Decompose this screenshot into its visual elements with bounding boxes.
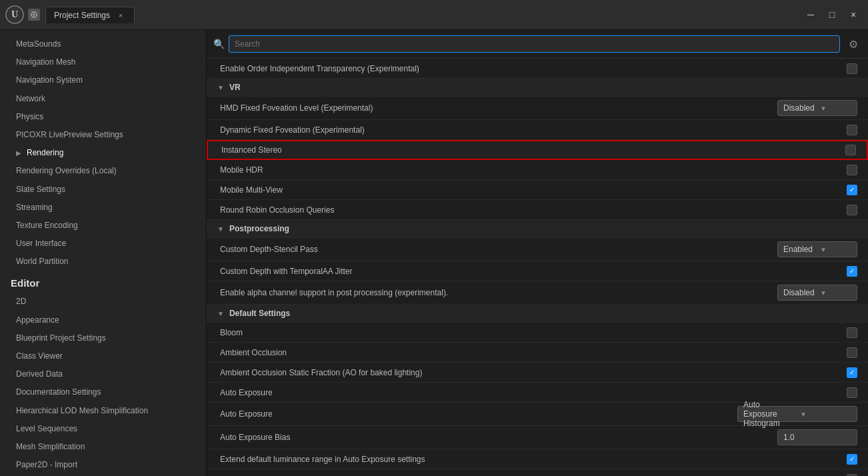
sidebar-item-label: 2D xyxy=(16,295,26,308)
sidebar-item-metasounds[interactable]: MetaSounds xyxy=(0,35,206,53)
row-label-mobile-multiview: Mobile Multi-View xyxy=(220,185,847,195)
sidebar-item-level-sequences[interactable]: Level Sequences xyxy=(0,420,206,438)
sidebar-item-hierarchical-lod[interactable]: Hierarchical LOD Mesh Simplification xyxy=(0,402,206,420)
checkbox-motion-blur[interactable] xyxy=(847,474,857,477)
search-bar: 🔍 ⚙ xyxy=(207,30,868,59)
dropdown-value: Enabled xyxy=(783,245,815,254)
dropdown-custom-depth[interactable]: Enabled ▼ xyxy=(777,241,857,257)
sidebar-item-label: Documentation Settings xyxy=(16,386,101,399)
checkbox-mobile-hdr[interactable] xyxy=(847,165,857,175)
row-control-instanced-stereo xyxy=(845,145,856,155)
checkbox-bloom[interactable] xyxy=(847,327,857,338)
sidebar-item-texture-encoding[interactable]: Texture Encoding xyxy=(0,217,206,235)
row-control-temporal-jitter xyxy=(847,266,857,277)
sidebar-item-label: Class Viewer xyxy=(16,350,63,363)
collapse-arrow-postprocessing[interactable]: ▼ xyxy=(217,225,224,233)
row-label-ao-static: Ambient Occlusion Static Fraction (AO fo… xyxy=(220,368,847,377)
sidebar-item-paper2d-import[interactable]: Paper2D - Import xyxy=(0,456,206,474)
section-postprocessing-label: Postprocessing xyxy=(229,224,289,233)
project-settings-tab[interactable]: Project Settings × xyxy=(45,7,135,23)
chevron-down-icon: ▼ xyxy=(820,246,851,253)
settings-row-instanced-stereo: Instanced Stereo xyxy=(207,140,868,160)
sidebar-item-world-partition[interactable]: World Partition xyxy=(0,253,206,271)
checkbox-mobile-multiview[interactable] xyxy=(847,185,857,195)
tab-settings-icon xyxy=(28,9,40,21)
window-controls: ─ □ × xyxy=(801,5,863,24)
settings-row-motion-blur: Motion Blur xyxy=(207,469,868,476)
checkbox-ao-static[interactable] xyxy=(847,367,857,378)
row-label-auto-exposure-bias: Auto Exposure Bias xyxy=(220,433,777,442)
chevron-down-icon: ▼ xyxy=(820,289,851,297)
row-control-alpha-channel: Disabled ▼ xyxy=(777,285,857,301)
collapse-arrow-vr[interactable]: ▼ xyxy=(217,84,224,91)
search-input[interactable] xyxy=(229,35,840,53)
sidebar-item-navigation-mesh[interactable]: Navigation Mesh xyxy=(0,53,206,71)
dropdown-value: Auto Exposure Histogram xyxy=(743,400,795,428)
sidebar-item-label: Navigation System xyxy=(16,74,83,87)
settings-row-auto-exposure-bias: Auto Exposure Bias xyxy=(207,426,868,449)
chevron-down-icon: ▼ xyxy=(820,105,851,112)
sidebar-item-label: Mesh Simplification xyxy=(16,441,85,453)
input-auto-exposure-bias[interactable] xyxy=(777,429,857,445)
sidebar-item-streaming[interactable]: Streaming xyxy=(0,199,206,217)
checkbox-instanced-stereo[interactable] xyxy=(845,145,856,155)
search-icon: 🔍 xyxy=(213,39,225,49)
sidebar-item-navigation-system[interactable]: Navigation System xyxy=(0,71,206,89)
sidebar-item-blueprint-project-settings[interactable]: Blueprint Project Settings xyxy=(0,329,206,347)
row-control-round-robin xyxy=(847,205,857,215)
editor-section-header: Editor xyxy=(0,271,206,293)
sidebar-item-class-viewer[interactable]: Class Viewer xyxy=(0,347,206,365)
sidebar-item-appearance[interactable]: Appearance xyxy=(0,311,206,329)
checkbox-order-independent[interactable] xyxy=(847,63,857,74)
sidebar-item-2d[interactable]: 2D xyxy=(0,293,206,311)
checkbox-round-robin[interactable] xyxy=(847,205,857,215)
checkbox-ambient-occlusion[interactable] xyxy=(847,347,857,358)
settings-row-hmd-foveation: HMD Fixed Foveation Level (Experimental)… xyxy=(207,97,868,120)
checkbox-dynamic-foveation[interactable] xyxy=(847,125,857,135)
sidebar-item-label: Network xyxy=(16,93,45,105)
settings-row-luminance-range: Extend default luminance range in Auto E… xyxy=(207,449,868,469)
minimize-button[interactable]: ─ xyxy=(801,5,820,24)
tab-close-button[interactable]: × xyxy=(115,10,126,21)
sidebar-item-picoxr[interactable]: PICOXR LivePreview Settings xyxy=(0,126,206,144)
section-defaults-label: Default Settings xyxy=(229,309,290,318)
checkbox-luminance-range[interactable] xyxy=(847,454,857,465)
row-label-auto-exposure-cb: Auto Exposure xyxy=(220,388,847,397)
sidebar-item-mesh-simplification[interactable]: Mesh Simplification xyxy=(0,438,206,456)
sidebar-item-physics[interactable]: Physics xyxy=(0,108,206,126)
sidebar-item-user-interface[interactable]: User Interface xyxy=(0,235,206,253)
row-control-ambient-occlusion xyxy=(847,347,857,358)
dropdown-hmd-foveation[interactable]: Disabled ▼ xyxy=(777,100,857,116)
settings-content: Enable Order Independent Transparency (E… xyxy=(207,59,868,476)
checkbox-temporal-jitter[interactable] xyxy=(847,266,857,277)
row-control-bloom xyxy=(847,327,857,338)
sidebar-item-network[interactable]: Network xyxy=(0,90,206,108)
sidebar-item-rendering-overrides[interactable]: Rendering Overrides (Local) xyxy=(0,162,206,180)
sidebar-item-rendering[interactable]: ▶Rendering xyxy=(0,144,206,162)
section-defaults: ▼ Default Settings xyxy=(207,305,868,323)
search-settings-button[interactable]: ⚙ xyxy=(845,36,861,52)
row-control-ao-static xyxy=(847,367,857,378)
sidebar-item-label: User Interface xyxy=(16,237,66,250)
sidebar-item-label: Blueprint Project Settings xyxy=(16,332,106,345)
sidebar-item-documentation-settings[interactable]: Documentation Settings xyxy=(0,383,206,401)
row-label-luminance-range: Extend default luminance range in Auto E… xyxy=(220,455,847,464)
close-window-button[interactable]: × xyxy=(844,5,863,24)
row-control-motion-blur xyxy=(847,474,857,477)
sidebar-item-derived-data[interactable]: Derived Data xyxy=(0,365,206,383)
sidebar-item-slate-settings[interactable]: Slate Settings xyxy=(0,181,206,199)
checkbox-auto-exposure[interactable] xyxy=(847,387,857,398)
dropdown-alpha-channel[interactable]: Disabled ▼ xyxy=(777,285,857,301)
sidebar-item-label: Level Sequences xyxy=(16,423,77,435)
row-label-dynamic-foveation: Dynamic Fixed Foveation (Experimental) xyxy=(220,125,847,135)
sidebar-item-label: Derived Data xyxy=(16,368,63,381)
dropdown-auto-exposure[interactable]: Auto Exposure Histogram ▼ xyxy=(737,406,857,422)
chevron-down-icon: ▼ xyxy=(800,411,851,418)
row-label-custom-depth: Custom Depth-Stencil Pass xyxy=(220,245,777,254)
content-area: 🔍 ⚙ Enable Order Independent Transparenc… xyxy=(207,30,868,476)
maximize-button[interactable]: □ xyxy=(823,5,841,24)
row-label: Enable Order Independent Transparency (E… xyxy=(220,64,847,73)
collapse-arrow-defaults[interactable]: ▼ xyxy=(217,310,224,317)
settings-row-dynamic-foveation: Dynamic Fixed Foveation (Experimental) xyxy=(207,120,868,140)
sidebar-item-label: Rendering xyxy=(27,147,63,159)
